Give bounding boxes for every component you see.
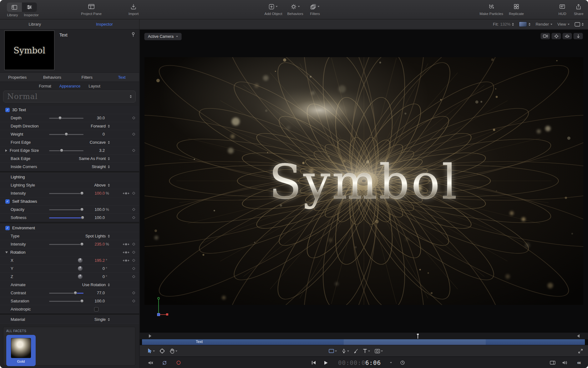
keyframe-icon[interactable] xyxy=(132,291,135,295)
rectangle-tool-button[interactable] xyxy=(329,349,337,353)
timecode-menu-button[interactable] xyxy=(390,357,392,368)
tab-filters[interactable]: Filters xyxy=(70,75,104,80)
slider-thumb[interactable] xyxy=(80,299,84,303)
slider-thumb[interactable] xyxy=(60,149,63,152)
subtab-format[interactable]: Format xyxy=(39,84,51,88)
slider-thumb[interactable] xyxy=(80,208,84,211)
mini-timeline-ruler[interactable] xyxy=(140,332,588,339)
slider-thumb[interactable] xyxy=(80,191,84,195)
project-canvas[interactable]: Symbol Symbol xyxy=(144,57,583,305)
playhead[interactable] xyxy=(418,334,418,339)
play-button[interactable] xyxy=(324,357,328,368)
checkbox-self-shadows[interactable]: ✓ xyxy=(5,199,10,204)
bezier-tool-button[interactable] xyxy=(342,349,349,354)
checkbox-environment[interactable]: ✓ xyxy=(5,226,10,230)
pin-icon[interactable] xyxy=(131,32,135,37)
value-opacity[interactable]: 100.0 xyxy=(87,207,105,212)
keyframe-nav-icon[interactable] xyxy=(123,260,129,261)
adjust-item-tool-button[interactable] xyxy=(160,348,165,354)
slider-thumb[interactable] xyxy=(80,242,84,246)
fit-control[interactable]: Fit: 132% xyxy=(493,22,514,27)
popup-depth-direction[interactable]: Forward xyxy=(91,124,110,128)
value-saturation[interactable]: 100.0 xyxy=(87,299,105,303)
popup-back-edge[interactable]: Same As Front xyxy=(79,156,110,161)
dolly-view-button[interactable] xyxy=(573,33,583,39)
center-view-button[interactable] xyxy=(551,33,561,39)
mute-button[interactable] xyxy=(148,357,153,368)
make-particles-button[interactable]: Make Particles xyxy=(479,2,503,16)
subtab-layout[interactable]: Layout xyxy=(89,84,100,88)
timecode-display[interactable]: 00:00:06:06 xyxy=(338,357,381,368)
popup-inside-corners[interactable]: Straight xyxy=(92,164,110,169)
keyframe-icon[interactable] xyxy=(132,267,135,270)
material-swatch-gold[interactable]: Gold xyxy=(6,335,36,366)
fit-stepper-icon[interactable] xyxy=(512,23,514,26)
dial-z[interactable] xyxy=(78,274,83,279)
keyframe-icon[interactable] xyxy=(132,208,135,211)
keyframe-icon[interactable] xyxy=(132,259,135,262)
keyframe-icon[interactable] xyxy=(132,117,135,120)
tab-text[interactable]: Text xyxy=(104,75,139,80)
value-depth[interactable]: 30.0 xyxy=(87,116,105,120)
popup-type[interactable]: Spot Lights xyxy=(85,234,110,238)
render-menu[interactable]: Render xyxy=(535,22,552,27)
keyframe-icon[interactable] xyxy=(132,251,135,254)
show-output-button[interactable] xyxy=(550,357,555,368)
slider-opacity[interactable] xyxy=(49,207,84,212)
tab-library[interactable]: Library xyxy=(0,22,70,27)
keyframe-icon[interactable] xyxy=(132,275,135,278)
keyframe-nav-icon[interactable] xyxy=(123,192,129,194)
keyframe-icon[interactable] xyxy=(132,192,135,195)
dial-x[interactable] xyxy=(78,258,83,263)
replicate-button[interactable]: Replicate xyxy=(509,2,524,16)
dial-y[interactable] xyxy=(78,266,83,271)
import-button[interactable]: Import xyxy=(129,2,139,16)
slider-saturation[interactable] xyxy=(49,299,84,303)
slider-thumb[interactable] xyxy=(74,291,77,295)
keyframe-icon[interactable] xyxy=(132,149,135,152)
layout-single-button[interactable] xyxy=(575,22,584,27)
out-point-marker-icon[interactable] xyxy=(577,334,580,338)
slider-thumb[interactable] xyxy=(58,116,62,120)
slider-softness[interactable] xyxy=(49,216,84,220)
loop-button[interactable] xyxy=(162,357,167,368)
in-point-marker-icon[interactable] xyxy=(148,334,152,338)
tab-inspector[interactable]: Inspector xyxy=(70,22,139,27)
text-tool-button[interactable] xyxy=(363,349,370,353)
slider-contrast[interactable] xyxy=(49,291,84,295)
slider-thumb[interactable] xyxy=(65,132,68,136)
value-softness[interactable]: 100.0 xyxy=(87,215,105,220)
slider-thumb[interactable] xyxy=(81,216,84,219)
value-intensity[interactable]: 100.0 xyxy=(87,191,105,196)
orbit-view-button[interactable] xyxy=(562,33,572,39)
library-panel-button[interactable] xyxy=(7,2,22,12)
value-contrast[interactable]: 77.0 xyxy=(87,291,105,295)
project-pane-button[interactable]: Project Pane xyxy=(81,2,102,16)
slider-intensity[interactable] xyxy=(49,191,84,196)
keyframe-icon[interactable] xyxy=(132,300,135,303)
keyframe-icon[interactable] xyxy=(132,216,135,219)
value-front-edge-size[interactable]: 3.2 xyxy=(87,148,105,153)
viewport[interactable]: Symbol Symbol Active Camera xyxy=(140,30,588,332)
slider-weight[interactable] xyxy=(49,132,84,137)
filters-button[interactable]: Filters xyxy=(310,2,320,16)
keyframe-icon[interactable] xyxy=(132,243,135,246)
add-object-button[interactable]: Add Object xyxy=(265,2,282,16)
popup-lighting-style[interactable]: Above xyxy=(94,183,110,187)
disclosure-front-edge-size-icon[interactable] xyxy=(5,149,7,152)
tab-properties[interactable]: Properties xyxy=(0,75,35,80)
text-style-popup[interactable]: Normal xyxy=(3,91,136,102)
keyframe-icon[interactable] xyxy=(132,133,135,136)
keyframe-nav-icon[interactable] xyxy=(123,243,129,245)
go-to-start-button[interactable] xyxy=(311,357,316,368)
record-button[interactable] xyxy=(176,357,181,368)
value-y[interactable]: 0 xyxy=(87,266,105,271)
hud-button[interactable]: HUD xyxy=(559,2,566,16)
view-menu[interactable]: View xyxy=(557,22,570,27)
active-camera-menu[interactable]: Active Camera xyxy=(144,33,182,40)
value-weight[interactable]: 0 xyxy=(87,132,105,137)
share-button[interactable]: Share xyxy=(574,2,584,16)
mask-tool-button[interactable] xyxy=(375,349,383,353)
select-tool-button[interactable] xyxy=(147,348,155,354)
value-x[interactable]: 195.2 xyxy=(87,258,105,263)
